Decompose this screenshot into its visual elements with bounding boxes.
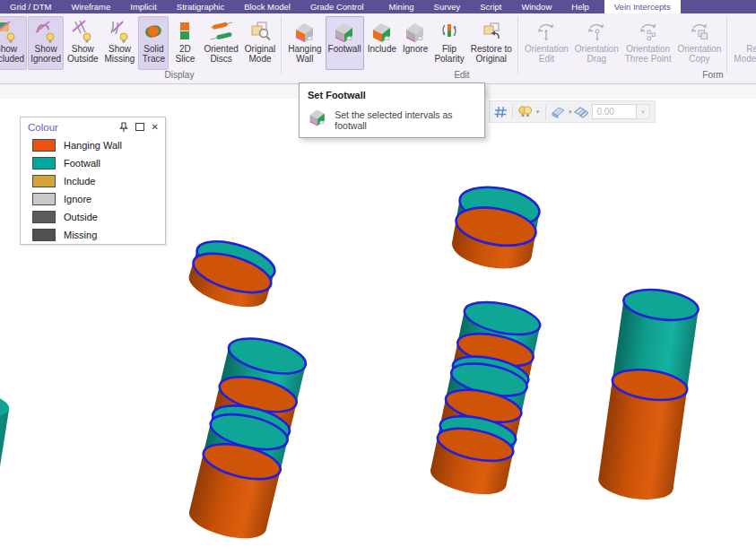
- colour-panel-title: Colour: [28, 122, 112, 133]
- original-mode-button[interactable]: Original Mode: [242, 16, 278, 70]
- legend-item-hanging-wall: Hanging Wall: [21, 136, 165, 154]
- restore-to-original-button[interactable]: Restore to Original: [468, 16, 515, 70]
- tab-survey[interactable]: Survey: [424, 0, 471, 13]
- chevron-down-icon[interactable]: ▾: [569, 109, 572, 116]
- restore-to-original-icon: [479, 18, 504, 45]
- orientation-copy-button[interactable]: Orientation Copy: [674, 16, 724, 70]
- legend-item-include: Include: [21, 172, 165, 190]
- legend-item-missing: Missing: [21, 226, 165, 244]
- tab-mining[interactable]: Mining: [379, 0, 424, 13]
- set-footwall-tooltip: Set Footwall Set the selected intervals …: [299, 83, 485, 138]
- orientation-drag-button[interactable]: Orientation Drag: [572, 16, 621, 70]
- middle-column[interactable]: [186, 332, 309, 544]
- tab-wireframe[interactable]: Wireframe: [61, 0, 120, 13]
- orientation-copy-icon: [687, 18, 712, 45]
- ignore-button[interactable]: Ignore: [400, 16, 430, 70]
- chevron-down-icon[interactable]: ▾: [536, 109, 540, 116]
- ribbon-group-label-edit: Edit: [454, 70, 469, 80]
- show-outside-button[interactable]: Show Outside: [65, 16, 100, 70]
- ribbon: Show Excluded Show Ignored Show Outside …: [0, 13, 756, 84]
- 2d-slice-button[interactable]: 2D Slice: [169, 16, 200, 70]
- tab-stratigraphic[interactable]: Stratigraphic: [167, 0, 234, 13]
- tab-vein-intercepts[interactable]: Vein Intercepts: [604, 0, 681, 13]
- grid-icon[interactable]: [494, 105, 508, 119]
- footwall-icon: [308, 105, 327, 128]
- ignore-icon: [403, 18, 428, 45]
- include-swatch: [32, 175, 56, 187]
- original-mode-icon: [248, 18, 273, 45]
- hanging-wall-swatch: [32, 139, 56, 152]
- flip-polarity-button[interactable]: Flip Polarity: [431, 16, 466, 70]
- tooltip-title: Set Footwall: [308, 90, 476, 100]
- orientation-edit-icon: [534, 18, 559, 45]
- 3d-viewport[interactable]: ▾ ▾ 0.00 ▾ Colour ✕ Hanging Wall Footwal…: [0, 99, 756, 556]
- include-button[interactable]: Include: [365, 16, 399, 70]
- tab-block-model[interactable]: Block Model: [234, 0, 300, 13]
- legend-item-ignore: Ignore: [21, 190, 165, 208]
- missing-swatch: [32, 229, 56, 241]
- footwall-icon: [332, 18, 357, 45]
- tooltip-body: Set the selected intervals as footwall: [335, 109, 476, 131]
- slice-offset-input[interactable]: 0.00: [592, 104, 637, 119]
- orientation-drag-icon: [584, 18, 609, 45]
- ribbon-group-label-display: Display: [165, 70, 195, 80]
- ribbon-tab-bar: Grid / DTM Wireframe Implicit Stratigrap…: [0, 0, 756, 13]
- tab-grade-control[interactable]: Grade Control: [300, 0, 374, 13]
- show-missing-button[interactable]: Show Missing: [102, 16, 138, 70]
- return-to-modelling-form-button[interactable]: Return to Modelling Form: [731, 16, 756, 70]
- footwall-swatch: [32, 157, 56, 169]
- tab-script[interactable]: Script: [470, 0, 511, 13]
- lights-icon[interactable]: [517, 105, 534, 119]
- clip-plane-icon[interactable]: [551, 105, 566, 119]
- ribbon-group-separator: [726, 16, 727, 74]
- hanging-wall-icon: [292, 18, 317, 45]
- colour-panel-titlebar[interactable]: Colour ✕: [21, 117, 165, 136]
- toolbar-separator: [512, 105, 513, 119]
- show-outside-icon: [70, 18, 95, 45]
- outside-swatch: [32, 211, 56, 223]
- viewport-mini-toolbar: ▾ ▾ 0.00 ▾: [489, 100, 656, 123]
- show-missing-icon: [107, 18, 132, 45]
- tab-window[interactable]: Window: [511, 0, 561, 13]
- orientation-three-point-button[interactable]: Orientation Three Point: [622, 16, 674, 70]
- legend-item-outside: Outside: [21, 208, 165, 226]
- include-icon: [369, 18, 395, 45]
- right-column[interactable]: [428, 296, 543, 500]
- toolbar-separator: [545, 105, 546, 119]
- multi-slice-icon[interactable]: [574, 105, 589, 119]
- oriented-discs-button[interactable]: Oriented Discs: [201, 16, 240, 70]
- oriented-discs-icon: [209, 18, 234, 45]
- orientation-three-point-icon: [636, 18, 661, 45]
- ribbon-group-separator: [517, 16, 518, 74]
- footwall-button[interactable]: Footwall: [326, 16, 364, 70]
- flip-polarity-icon: [437, 18, 462, 45]
- ignore-swatch: [32, 193, 56, 205]
- colour-panel: Colour ✕ Hanging Wall Footwall Include I…: [20, 117, 166, 245]
- show-excluded-button[interactable]: Show Excluded: [0, 16, 27, 70]
- orientation-edit-button[interactable]: Orientation Edit: [522, 16, 571, 70]
- show-ignored-button[interactable]: Show Ignored: [28, 16, 64, 70]
- legend-item-footwall: Footwall: [21, 154, 165, 172]
- tab-grid-dtm[interactable]: Grid / DTM: [0, 0, 61, 13]
- small-disc-stack[interactable]: [185, 234, 280, 315]
- pin-icon[interactable]: [119, 122, 128, 133]
- upper-right-stack[interactable]: [449, 181, 543, 274]
- tab-help[interactable]: Help: [561, 0, 599, 13]
- maximize-icon[interactable]: [135, 123, 144, 131]
- slice-offset-dropdown[interactable]: ▾: [637, 104, 650, 119]
- hanging-wall-button[interactable]: Hanging Wall: [285, 16, 324, 70]
- close-icon[interactable]: ✕: [152, 123, 159, 132]
- ribbon-group-label-form: Form: [702, 70, 723, 80]
- show-ignored-icon: [33, 18, 58, 45]
- solid-trace-button[interactable]: Solid Trace: [138, 16, 169, 70]
- solid-trace-icon: [141, 18, 166, 45]
- 2d-slice-icon: [172, 18, 197, 45]
- ribbon-group-separator: [281, 16, 282, 74]
- return-to-modelling-form-icon: [752, 18, 756, 45]
- left-partial-column[interactable]: [0, 373, 12, 556]
- far-right-column[interactable]: [596, 285, 700, 503]
- show-excluded-icon: [0, 18, 19, 45]
- tab-implicit[interactable]: Implicit: [120, 0, 167, 13]
